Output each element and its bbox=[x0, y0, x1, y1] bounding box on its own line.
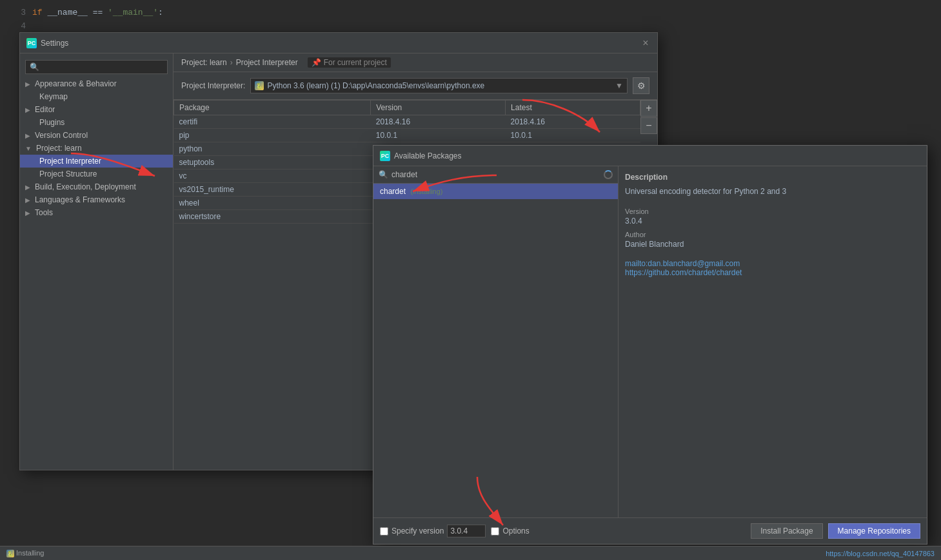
add-package-button[interactable]: + bbox=[640, 100, 657, 117]
install-package-button[interactable]: Install Package bbox=[751, 523, 822, 539]
table-row[interactable]: pip 10.0.1 10.0.1 bbox=[174, 129, 640, 142]
collapse-arrow-icon: ▶ bbox=[25, 209, 30, 217]
collapse-arrow-icon: ▶ bbox=[25, 197, 30, 204]
collapse-arrow-icon: ▶ bbox=[25, 132, 30, 139]
for-current-badge: 📌 For current project bbox=[308, 57, 391, 68]
specify-version-label: Specify version bbox=[391, 526, 444, 536]
list-item[interactable]: chardet (installing) bbox=[373, 184, 618, 199]
collapse-arrow-icon: ▶ bbox=[25, 106, 30, 113]
available-packages-dialog: PC Available Packages 🔍 chardet (install… bbox=[373, 145, 927, 545]
project-interpreter-row: Project Interpreter: 🐍 Python 3.6 (learn… bbox=[173, 72, 657, 100]
gear-button[interactable]: ⚙ bbox=[633, 77, 649, 94]
status-link[interactable]: https://blog.csdn.net/qq_40147863 bbox=[826, 550, 935, 557]
table-row[interactable]: certifi 2018.4.16 2018.4.16 bbox=[174, 115, 640, 129]
dropdown-arrow-icon: ▼ bbox=[615, 81, 623, 90]
installing-tag: (installing) bbox=[410, 188, 442, 195]
available-packages-titlebar: PC Available Packages bbox=[373, 146, 927, 166]
col-version: Version bbox=[371, 101, 506, 115]
description-text: Universal encoding detector for Python 2… bbox=[625, 187, 920, 196]
sidebar-item-tools[interactable]: ▶ Tools bbox=[20, 206, 173, 219]
sidebar-item-languages[interactable]: ▶ Languages & Frameworks bbox=[20, 193, 173, 206]
sidebar-item-version-control[interactable]: ▶ Version Control bbox=[20, 129, 173, 142]
options-checkbox[interactable] bbox=[491, 527, 499, 536]
python-icon: 🐍 bbox=[255, 81, 264, 90]
author-label: Author bbox=[625, 231, 920, 238]
available-packages-list-panel: 🔍 chardet (installing) bbox=[373, 166, 619, 517]
package-description-panel: Description Universal encoding detector … bbox=[619, 166, 927, 517]
package-search-input[interactable] bbox=[391, 170, 600, 179]
expand-arrow-icon: ▼ bbox=[25, 145, 32, 152]
mailto-link[interactable]: mailto:dan.blanchard@gmail.com bbox=[625, 259, 920, 268]
author-value: Daniel Blanchard bbox=[625, 240, 920, 249]
sidebar-item-project-learn[interactable]: ▼ Project: learn bbox=[20, 142, 173, 155]
available-packages-title: Available Packages bbox=[394, 151, 462, 160]
sidebar-item-project-structure[interactable]: Project Structure bbox=[20, 168, 173, 180]
table-action-buttons: + − bbox=[640, 100, 657, 135]
package-search-bar: 🔍 bbox=[373, 166, 618, 184]
collapse-arrow-icon: ▶ bbox=[25, 81, 30, 88]
options-row: Options bbox=[491, 526, 529, 536]
github-link[interactable]: https://github.com/chardet/chardet bbox=[625, 268, 920, 277]
col-latest: Latest bbox=[506, 101, 640, 115]
search-icon: 🔍 bbox=[379, 170, 388, 179]
version-input[interactable] bbox=[447, 525, 486, 537]
settings-search-input[interactable] bbox=[25, 60, 168, 74]
sidebar-item-plugins[interactable]: Plugins bbox=[20, 116, 173, 129]
version-label: Version bbox=[625, 208, 920, 215]
breadcrumb-interpreter: Project Interpreter bbox=[236, 58, 298, 67]
status-bar: 🐍 Installing https://blog.csdn.net/qq_40… bbox=[0, 546, 941, 560]
sidebar-item-keymap[interactable]: Keymap bbox=[20, 90, 173, 103]
pycharm-icon: PC bbox=[26, 38, 37, 48]
specify-version-row: Specify version bbox=[380, 525, 486, 537]
available-packages-body: 🔍 chardet (installing) Description Unive… bbox=[373, 166, 927, 517]
sidebar-item-appearance[interactable]: ▶ Appearance & Behavior bbox=[20, 77, 173, 90]
pi-label: Project Interpreter: bbox=[181, 81, 245, 90]
close-button[interactable]: × bbox=[640, 38, 651, 48]
col-package: Package bbox=[174, 101, 371, 115]
package-list: chardet (installing) bbox=[373, 184, 618, 517]
installing-status: 🐍 Installing bbox=[6, 549, 44, 558]
collapse-arrow-icon: ▶ bbox=[25, 184, 30, 191]
interpreter-dropdown[interactable]: 🐍 Python 3.6 (learn) (1) D:\app\Anaconda… bbox=[250, 78, 628, 93]
manage-repositories-button[interactable]: Manage Repositories bbox=[828, 523, 920, 539]
sidebar-item-project-interpreter[interactable]: Project Interpreter bbox=[20, 155, 173, 168]
pycharm-icon-avail: PC bbox=[380, 151, 390, 161]
breadcrumb: Project: learn › Project Interpreter 📌 F… bbox=[173, 53, 657, 72]
python-status-icon: 🐍 bbox=[6, 550, 14, 557]
version-value: 3.0.4 bbox=[625, 217, 920, 226]
options-label: Options bbox=[502, 526, 529, 536]
settings-title: Settings bbox=[41, 39, 68, 48]
description-label: Description bbox=[625, 173, 920, 182]
sidebar-item-build-execution[interactable]: ▶ Build, Execution, Deployment bbox=[20, 180, 173, 193]
loading-spinner bbox=[604, 170, 613, 179]
remove-package-button[interactable]: − bbox=[640, 117, 657, 134]
available-packages-footer: Specify version Options Install Package … bbox=[373, 517, 927, 544]
settings-titlebar: PC Settings × bbox=[20, 33, 657, 53]
specify-version-checkbox[interactable] bbox=[380, 527, 388, 536]
breadcrumb-project: Project: learn bbox=[181, 58, 227, 67]
sidebar-item-editor[interactable]: ▶ Editor bbox=[20, 103, 173, 116]
settings-sidebar: ▶ Appearance & Behavior Keymap ▶ Editor … bbox=[20, 53, 173, 470]
